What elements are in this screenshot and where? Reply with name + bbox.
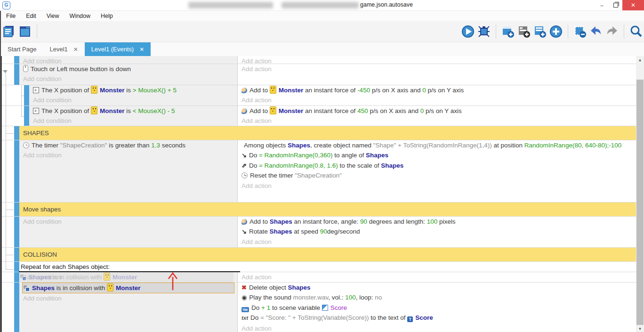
actions-cell: Add to Monster an instant force of 450 p… [237, 106, 638, 126]
actions-cell: Add action [237, 272, 638, 282]
action-line[interactable]: ↘Rotate Shapes at speed 90deg/second [242, 227, 638, 236]
add-action-link[interactable]: Add action [242, 95, 638, 105]
tab-level1[interactable]: Level1✕ [43, 42, 84, 56]
add-action-link[interactable]: Add action [242, 64, 638, 74]
tree-gutter [2, 272, 14, 282]
placeholder-text: Add action [242, 65, 272, 73]
text-segment: Monster [279, 87, 304, 94]
text-segment: at position [492, 142, 524, 149]
menu-view[interactable]: View [41, 13, 64, 19]
tree-gutter [2, 283, 14, 332]
position-icon [33, 108, 39, 114]
text-segment: The X position of [41, 107, 91, 114]
text-segment: , vol.: [328, 294, 345, 301]
event-row: Add conditionShapes is in collision with… [2, 272, 638, 283]
menu-edit[interactable]: Edit [21, 13, 41, 19]
collapse-expander-icon[interactable] [3, 70, 8, 73]
repeat-event-header[interactable]: Repeat for each Shapes object: [19, 262, 638, 272]
action-line[interactable]: ✖Delete object Shapes [242, 283, 638, 292]
vertical-scrollbar[interactable]: ▲ ▼ [636, 56, 644, 332]
action-line[interactable]: Among objects Shapes, create object name… [242, 140, 638, 150]
text-segment: 100 [345, 294, 356, 301]
add-subevent-icon[interactable] [532, 24, 548, 40]
add-action-link[interactable]: Add action [242, 181, 638, 191]
add-condition-link[interactable]: Add condition [23, 74, 237, 84]
group-header[interactable]: SHAPES [19, 126, 638, 140]
add-condition-link[interactable]: Add condition [23, 150, 237, 160]
add-more-icon[interactable] [548, 24, 564, 40]
angle-icon: ↘ [242, 152, 247, 159]
delete-event-icon[interactable] [572, 24, 588, 40]
search-icon[interactable] [628, 24, 644, 40]
text-segment: Play the sound [249, 294, 293, 301]
text-segment: Among objects [244, 142, 288, 149]
force-icon [242, 88, 247, 93]
group-header[interactable]: COLLISION [19, 248, 638, 261]
condition-line[interactable]: The X position of Monster is > MouseX() … [33, 85, 237, 95]
force-icon [242, 219, 247, 225]
action-line[interactable]: ◉Play the sound monster.wav, vol.: 100, … [242, 292, 638, 302]
condition-line[interactable]: Shapes is in collision with Monster [24, 283, 234, 293]
add-event-icon[interactable] [500, 24, 516, 40]
add-condition-link[interactable]: Add condition [33, 95, 237, 105]
tab-level1-events-[interactable]: Level1 (Events)✕ [85, 42, 151, 56]
group-header-row: Move shapes [2, 202, 638, 217]
action-line[interactable]: Add to Shapes an instant force, angle: 9… [242, 217, 638, 227]
condition-line[interactable]: The timer "ShapeCreation" is greater tha… [23, 140, 237, 150]
scroll-up-icon[interactable]: ▲ [636, 56, 644, 64]
close-button[interactable]: ✕ [622, 0, 644, 10]
restore-button[interactable] [609, 0, 622, 10]
event-color-bar [24, 106, 29, 126]
monster-icon [104, 273, 110, 281]
text-segment: "ShapeCreation" [60, 142, 107, 149]
add-action-link[interactable]: Add action [242, 116, 638, 126]
monster-icon [91, 86, 97, 94]
group-label: SHAPES [23, 130, 49, 137]
condition-line[interactable]: Shapes is in collision with Monster [20, 272, 233, 282]
menu-file[interactable]: File [1, 13, 21, 19]
group-header[interactable]: Move shapes [19, 202, 638, 216]
event-row: The timer "ShapeCreation" is greater tha… [2, 140, 638, 202]
menu-window[interactable]: Window [64, 13, 96, 19]
action-line[interactable]: VarDo + 1 to scene variable Score [242, 303, 638, 313]
add-condition-link[interactable]: Add condition [23, 217, 237, 227]
tree-gutter [2, 140, 14, 202]
condition-line[interactable]: Touch or Left mouse button is down [23, 64, 237, 74]
action-line[interactable]: Reset the timer "ShapeCreation" [242, 170, 638, 180]
collision-icon [20, 275, 26, 280]
placeholder-text: Add action [242, 182, 272, 189]
undo-icon[interactable] [588, 24, 604, 40]
debug-icon[interactable] [476, 24, 492, 40]
action-line[interactable]: Add to Monster an instant force of -450 … [242, 85, 638, 95]
tab-start-page[interactable]: Start Page [1, 42, 43, 56]
text-segment: 1.3 [151, 142, 160, 149]
scene-editor-icon[interactable] [17, 24, 33, 40]
add-comment-icon[interactable] [516, 24, 532, 40]
run-preview-icon[interactable] [460, 24, 476, 40]
text-segment: = RandomInRange(0,360) [259, 152, 332, 159]
text-segment: 90 [360, 218, 367, 225]
redo-icon[interactable] [604, 24, 620, 40]
action-line[interactable]: ⇗Do = RandomInRange(0.8, 1.6) to the sca… [242, 161, 638, 170]
add-action-link[interactable]: Add action [242, 237, 638, 247]
action-line[interactable]: ↘Do = RandomInRange(0,360) to angle of S… [242, 150, 638, 160]
scrollbar-thumb[interactable] [636, 80, 644, 325]
action-line[interactable]: txtDo = "Score: " + ToString(Variable(Sc… [242, 313, 638, 323]
add-condition-link[interactable]: Add condition [33, 116, 237, 126]
text-segment: p/s on Y axis [424, 107, 462, 114]
text-segment: Monster [100, 87, 125, 94]
scroll-down-icon[interactable]: ▼ [636, 325, 644, 332]
monster-icon [270, 106, 276, 114]
tab-close-icon[interactable]: ✕ [73, 46, 78, 53]
add-action-link[interactable]: Add action [242, 324, 638, 332]
add-action-link[interactable]: Add action [242, 272, 638, 282]
selected-condition[interactable]: Shapes is in collision with Monster [22, 283, 234, 293]
textobj-icon: T [407, 316, 413, 322]
project-manager-icon[interactable] [1, 24, 17, 40]
add-condition-link[interactable]: Add condition [23, 293, 237, 303]
minimize-button[interactable]: – [595, 0, 609, 10]
tab-close-icon[interactable]: ✕ [139, 46, 144, 53]
condition-line[interactable]: The X position of Monster is < MouseX() … [33, 106, 237, 116]
action-line[interactable]: Add to Monster an instant force of 450 p… [242, 106, 638, 116]
menu-help[interactable]: Help [96, 13, 118, 19]
